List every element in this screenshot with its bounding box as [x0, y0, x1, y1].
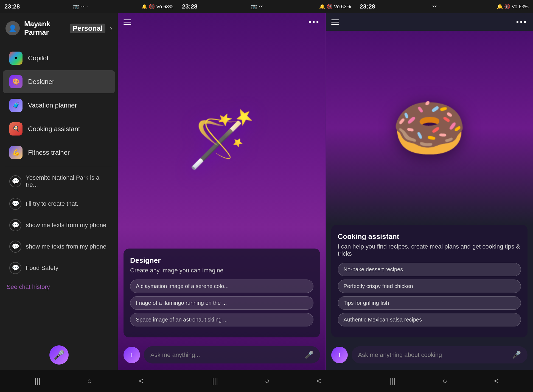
nav-gesture-back-2[interactable]: <	[316, 377, 321, 385]
chat-item-food-safety[interactable]: 💬 Food Safety	[3, 258, 115, 278]
chat-item-yosemite[interactable]: 💬 Yosemite National Park is a tre...	[3, 170, 115, 193]
sidebar-item-fitness[interactable]: 💪 Fitness trainer	[3, 141, 115, 164]
menu-line-2-c	[331, 22, 339, 22]
fitness-symbol: 💪	[12, 149, 20, 156]
designer-mic-icon[interactable]: 🎤	[305, 351, 313, 359]
status-segment-1: 23:28 📷 〰 · 🔔 📵 Vo 63%	[0, 0, 178, 13]
sidebar-item-designer[interactable]: 🎨 Designer	[3, 70, 115, 93]
sidebar-item-vacation[interactable]: 🧳 Vacation planner	[3, 94, 115, 117]
cooking-suggestion-4[interactable]: Authentic Mexican salsa recipes	[338, 313, 521, 326]
sidebar-item-cooking[interactable]: 🍳 Cooking assistant	[3, 117, 115, 140]
copilot-icon: ✦	[9, 52, 23, 65]
bottom-nav-segment-2: ||| ○ <	[178, 370, 355, 392]
designer-input-field[interactable]: Ask me anything... 🎤	[144, 346, 320, 363]
hamburger-menu-cooking[interactable]	[331, 19, 339, 25]
chat-label-5: Food Safety	[26, 264, 58, 272]
status-icons-2: 📷 〰 ·	[251, 4, 266, 10]
chat-label-4: show me texts from my phone	[26, 243, 106, 250]
add-icon-cooking: +	[337, 351, 341, 359]
sidebar-header-info: Mayank Parmar Personal	[24, 20, 105, 37]
nav-divider	[5, 167, 112, 167]
cooking-icon: 🍳	[9, 122, 23, 136]
sidebar-item-label-fitness: Fitness trainer	[28, 149, 70, 156]
copilot-symbol: ✦	[13, 55, 18, 62]
nav-gesture-lines-3[interactable]: |||	[390, 377, 396, 385]
suggestion-pill-2[interactable]: Image of a flamingo running on the ...	[130, 296, 313, 310]
bottom-nav: ||| ○ < ||| ○ < ||| ○ <	[0, 370, 533, 392]
nav-gesture-back-1[interactable]: <	[139, 377, 143, 385]
chat-label-2: I'll try to create that.	[26, 200, 78, 207]
cooking-suggestion-2[interactable]: Perfectly crispy fried chicken	[338, 280, 521, 293]
chevron-right-icon[interactable]: ›	[110, 24, 112, 33]
sidebar-item-label-cooking: Cooking assistant	[28, 125, 80, 133]
cooking-panel: ••• 🍩 Cooking assistant I can help you f…	[326, 13, 533, 370]
designer-logo-emoji: 🪄	[187, 108, 256, 172]
cooking-mic-icon[interactable]: 🎤	[512, 351, 521, 359]
status-icons-3: 〰 ·	[432, 4, 440, 10]
chat-icon-5: 💬	[9, 262, 21, 274]
status-segment-2: 23:28 📷 〰 · 🔔 📵 Vo 63%	[178, 0, 355, 13]
menu-line-2	[124, 22, 131, 22]
sidebar: 👤 Mayank Parmar Personal › ✦ Copilot	[0, 13, 118, 370]
avatar: 👤	[5, 21, 20, 35]
nav-gesture-home-2[interactable]: ○	[265, 377, 270, 385]
designer-input-bar: + Ask me anything... 🎤	[118, 342, 326, 370]
dots-menu-cooking[interactable]: •••	[516, 18, 528, 26]
chat-label-3: show me texts from my phone	[26, 222, 106, 229]
avatar-icon: 👤	[9, 24, 17, 32]
sidebar-item-label-copilot: Copilot	[28, 54, 49, 62]
cooking-card-subtitle: I can help you find recipes, create meal…	[338, 243, 521, 257]
nav-gesture-home-3[interactable]: ○	[443, 377, 447, 385]
designer-card-title: Designer	[130, 256, 313, 265]
sidebar-mic-button[interactable]: 🎤	[49, 345, 69, 365]
cooking-hero: 🍩	[326, 31, 533, 225]
cooking-input-bar: + Ask me anything about cooking 🎤	[326, 342, 533, 370]
bottom-nav-segment-1: ||| ○ <	[0, 370, 178, 392]
battery-3: 🔔 📵 Vo 63%	[497, 4, 529, 10]
dots-menu-designer[interactable]: •••	[308, 18, 320, 26]
chat-item-create[interactable]: 💬 I'll try to create that.	[3, 193, 115, 214]
sidebar-nav: ✦ Copilot 🎨 Designer 🧳 Vacation planner	[0, 43, 118, 340]
cooking-card: Cooking assistant I can help you find re…	[331, 225, 528, 337]
chat-item-texts-1[interactable]: 💬 show me texts from my phone	[3, 215, 115, 236]
chat-icon-1: 💬	[9, 175, 21, 187]
designer-card: Designer Create any image you can imagin…	[124, 249, 320, 337]
nav-gesture-lines-2[interactable]: |||	[212, 377, 218, 385]
nav-gesture-home-1[interactable]: ○	[87, 377, 92, 385]
vacation-icon: 🧳	[9, 99, 23, 112]
designer-symbol: 🎨	[12, 78, 20, 85]
fitness-icon: 💪	[9, 146, 23, 159]
cooking-add-button[interactable]: +	[331, 347, 348, 363]
status-bar: 23:28 📷 〰 · 🔔 📵 Vo 63% 23:28 📷 〰 · 🔔 📵 V…	[0, 0, 533, 13]
add-icon: +	[130, 351, 134, 359]
nav-gesture-lines-1[interactable]: |||	[34, 377, 40, 385]
main-content: 👤 Mayank Parmar Personal › ✦ Copilot	[0, 13, 533, 370]
designer-hero: 🪄	[118, 31, 326, 249]
sidebar-item-label-designer: Designer	[28, 78, 54, 86]
nav-gesture-back-3[interactable]: <	[494, 377, 498, 385]
status-icons-1: 📷 〰 ·	[73, 4, 88, 10]
designer-add-button[interactable]: +	[124, 347, 140, 363]
mic-icon-sidebar: 🎤	[54, 350, 64, 360]
menu-line-3	[124, 24, 131, 25]
suggestion-pill-3[interactable]: Space image of an astronaut skiing ...	[130, 313, 313, 326]
vacation-symbol: 🧳	[12, 102, 20, 109]
cooking-input-field[interactable]: Ask me anything about cooking 🎤	[352, 346, 528, 363]
time-3: 23:28	[360, 3, 375, 10]
cooking-suggestion-1[interactable]: No-bake dessert recipes	[338, 263, 521, 276]
suggestion-pill-1[interactable]: A claymation image of a serene colo...	[130, 280, 313, 293]
chat-label-1: Yosemite National Park is a tre...	[26, 174, 108, 188]
cooking-card-title: Cooking assistant	[338, 232, 521, 241]
time-1: 23:28	[4, 3, 20, 10]
sidebar-item-copilot[interactable]: ✦ Copilot	[3, 47, 115, 70]
designer-card-subtitle: Create any image you can imagine	[130, 267, 313, 274]
chat-icon-4: 💬	[9, 241, 21, 253]
time-2: 23:28	[182, 3, 197, 10]
hamburger-menu-designer[interactable]	[124, 19, 131, 25]
see-history-link[interactable]: See chat history	[0, 279, 118, 295]
cooking-suggestion-3[interactable]: Tips for grilling fish	[338, 296, 521, 310]
chat-icon-2: 💬	[9, 198, 21, 210]
cooking-input-placeholder: Ask me anything about cooking	[358, 351, 442, 359]
chat-item-texts-2[interactable]: 💬 show me texts from my phone	[3, 236, 115, 257]
user-name: Mayank Parmar	[24, 20, 67, 37]
